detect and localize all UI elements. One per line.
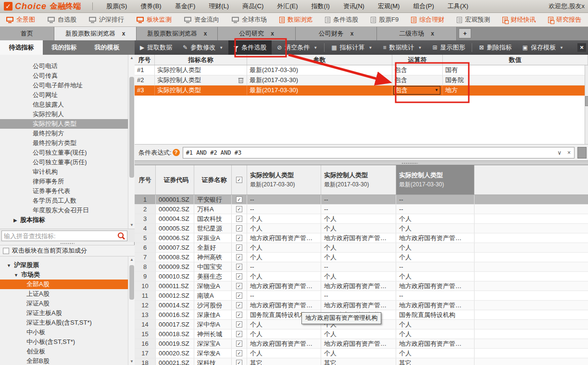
sidebar-tab-我的指标[interactable]: 我的指标 <box>43 40 86 55</box>
row-checkbox[interactable]: ✓ <box>236 225 242 231</box>
indicator-item[interactable]: 公司电话 <box>0 61 128 71</box>
indicator-item[interactable]: 公司电子邮件地址 <box>0 81 128 90</box>
condition-row[interactable]: #2实际控制人类型最新(2017-03-30)包含国务院 <box>135 75 588 85</box>
row-checkbox[interactable]: ✓ <box>236 360 242 365</box>
indicator-item[interactable]: ▶股本指标 <box>0 215 128 225</box>
scroll-down-icon[interactable]: ▼ <box>128 358 135 365</box>
table-row[interactable]: 10000011.SZ深物业A✓地方政府国有资产管…地方政府国有资产管…地方政府… <box>135 281 588 291</box>
column-header-indicator-3-selected[interactable]: 实际控制人类型最新(2017-03-30) <box>396 165 475 195</box>
indicator-item[interactable]: 信息披露人 <box>0 100 128 110</box>
operator-dropdown[interactable]: 包含▼ <box>393 86 440 95</box>
toolbar-button-显示图形[interactable]: ⊞显示图形 <box>427 40 470 55</box>
scroll-up-icon[interactable]: ▲ <box>128 55 135 61</box>
toolbar-button-参数修改[interactable]: ✎参数修改▼ <box>177 40 228 55</box>
quickbar-item-全球市场[interactable]: 全球市场 <box>225 15 273 24</box>
tab-公司财务[interactable]: 公司财务x <box>296 27 377 40</box>
trash-icon[interactable] <box>238 77 244 84</box>
tab-close-icon[interactable]: x <box>204 30 207 37</box>
menu-item[interactable]: 债券(B) <box>134 0 168 12</box>
column-header-name[interactable]: 证券名称 <box>194 165 232 195</box>
toolbar-close-icon[interactable]: × <box>577 43 586 52</box>
table-row[interactable]: 15000018.SZ神州长城✓个人个人个人 <box>135 329 588 339</box>
toolbar-button-清空条件[interactable]: ⊘清空条件▼ <box>272 40 323 55</box>
tree-item-中小板(含ST,ST*)[interactable]: 中小板(含ST,ST*) <box>0 337 128 347</box>
menu-item[interactable]: 理财(L) <box>202 0 236 12</box>
tab-add-button[interactable]: + <box>459 28 471 38</box>
tab-close-icon[interactable]: x <box>271 30 274 37</box>
indicator-item[interactable]: 实际控制人 <box>0 110 128 119</box>
indicator-item[interactable]: 证券事务代表 <box>0 186 128 196</box>
column-header-code[interactable]: 证券代码 <box>156 165 194 195</box>
scroll-thumb[interactable] <box>129 77 134 178</box>
tree-item-沪深股票[interactable]: ▼沪深股票 <box>0 260 128 270</box>
condition-row[interactable]: #1实际控制人类型最新(2017-03-30)包含国有 <box>135 65 588 75</box>
table-row[interactable]: 12000014.SZ沙河股份✓地方政府国有资产管…地方政府国有资产管…地方政府… <box>135 301 588 310</box>
row-checkbox[interactable]: ✓ <box>236 244 242 251</box>
sidebar-tab-我的模板[interactable]: 我的模板 <box>86 40 128 55</box>
tab-首页[interactable]: 首页 <box>0 27 54 40</box>
table-row[interactable]: 16000019.SZ深深宝A✓地方政府国有资产管…地方政府国有资产管…地方政府… <box>135 339 588 349</box>
row-checkbox[interactable]: ✓ <box>236 341 242 347</box>
table-row[interactable]: 17000020.SZ深华发A✓个人个人个人 <box>135 349 588 358</box>
menu-item[interactable]: 资讯(N) <box>337 0 371 12</box>
row-checkbox[interactable]: ✓ <box>236 321 242 328</box>
toolbar-button-数据统计[interactable]: ≡数据统计▼ <box>377 40 427 55</box>
help-icon[interactable]: ? <box>173 149 180 156</box>
chevron-down-icon[interactable]: ▼ <box>369 46 373 50</box>
chevron-down-icon[interactable]: ∨ <box>555 149 564 156</box>
chevron-down-icon[interactable]: ▼ <box>418 46 422 50</box>
indicator-item[interactable]: 最终控制方 <box>0 129 128 138</box>
table-row[interactable]: 2000002.SZ万科A✓------ <box>135 205 588 214</box>
quickbar-item-条件选股[interactable]: 条件选股 <box>319 15 364 24</box>
chevron-down-icon[interactable]: ▼ <box>219 46 223 50</box>
expression-input[interactable]: #1 AND #2 AND #3 <box>183 149 555 156</box>
row-checkbox[interactable]: ✓ <box>236 254 242 260</box>
table-row[interactable]: 9000010.SZ美丽生态✓个人个人个人 <box>135 272 588 281</box>
scroll-up-icon[interactable]: ▲ <box>128 256 135 263</box>
table-row[interactable]: 11000012.SZ南玻A✓------ <box>135 291 588 301</box>
quickbar-item-研究报告[interactable]: 研究报告 <box>542 15 588 24</box>
scroll-thumb[interactable] <box>129 265 134 300</box>
indicator-item[interactable]: 审计机构 <box>0 167 128 177</box>
column-header-seq[interactable]: 序号 <box>135 165 156 195</box>
quickbar-item-数据浏览[interactable]: 数据浏览 <box>273 15 319 24</box>
column-header-checkbox[interactable]: ✓ <box>232 165 247 195</box>
horizontal-splitter[interactable] <box>135 160 588 165</box>
row-checkbox[interactable]: ✓ <box>236 292 242 299</box>
menu-item[interactable]: 指数(I) <box>305 0 337 12</box>
search-icon[interactable] <box>117 231 125 240</box>
clear-expression-icon[interactable]: × <box>564 149 574 156</box>
row-checkbox[interactable]: ✓ <box>236 206 242 212</box>
column-header-indicator-1[interactable]: 实际控制人类型最新(2017-03-30) <box>247 165 321 195</box>
table-row[interactable]: 7000008.SZ神州高铁✓个人个人个人 <box>135 253 588 262</box>
table-row[interactable]: 1000001.SZ平安银行✓------ <box>135 195 588 205</box>
tab-close-icon[interactable]: x <box>350 30 354 37</box>
indicator-item[interactable]: 律师事务所 <box>0 177 128 186</box>
sidebar-tab-待选指标[interactable]: 待选指标 <box>0 40 43 55</box>
row-checkbox[interactable]: ✓ <box>236 302 242 308</box>
table-row[interactable]: 3000004.SZ国农科技✓个人个人个人 <box>135 214 588 224</box>
indicator-item[interactable]: 公司独立董事(历任) <box>0 158 128 167</box>
row-checkbox[interactable]: ✓ <box>236 216 242 222</box>
indicator-item[interactable]: 各学历员工人数 <box>0 196 128 206</box>
quickbar-item-板块监测[interactable]: 板块监测 <box>130 15 178 24</box>
quickbar-item-综合理财[interactable]: 综合理财 <box>405 15 450 24</box>
add-constituent-checkbox[interactable] <box>3 248 9 254</box>
chevron-down-icon[interactable]: ▼ <box>560 46 563 50</box>
tab-close-icon[interactable]: x <box>122 30 125 37</box>
table-row[interactable]: 4000005.SZ世纪星源✓个人个人个人 <box>135 224 588 233</box>
table-row[interactable]: 5000006.SZ深振业A✓地方政府国有资产管…地方政府国有资产管…地方政府国… <box>135 233 588 243</box>
toolbar-button-指标计算[interactable]: ▦指标计算▼ <box>326 40 377 55</box>
search-box[interactable] <box>1 231 127 241</box>
scroll-thumb[interactable] <box>585 96 588 106</box>
menu-item[interactable]: 商品(C) <box>236 0 270 12</box>
indicator-list-scrollbar[interactable]: ▲ ▼ <box>128 55 135 229</box>
menu-item[interactable]: 股票(S) <box>100 0 134 12</box>
indicator-item[interactable]: 公司传真 <box>0 71 128 81</box>
indicator-item[interactable]: 公司网址 <box>0 90 128 100</box>
row-checkbox[interactable]: ✓ <box>236 283 242 289</box>
indicator-item[interactable]: 年度股东大会召开日 <box>0 206 128 215</box>
toolbar-button-条件选股[interactable]: 条件选股 <box>228 40 272 55</box>
expression-side-button[interactable] <box>577 147 587 158</box>
tab-公司研究[interactable]: 公司研究x <box>218 27 296 40</box>
